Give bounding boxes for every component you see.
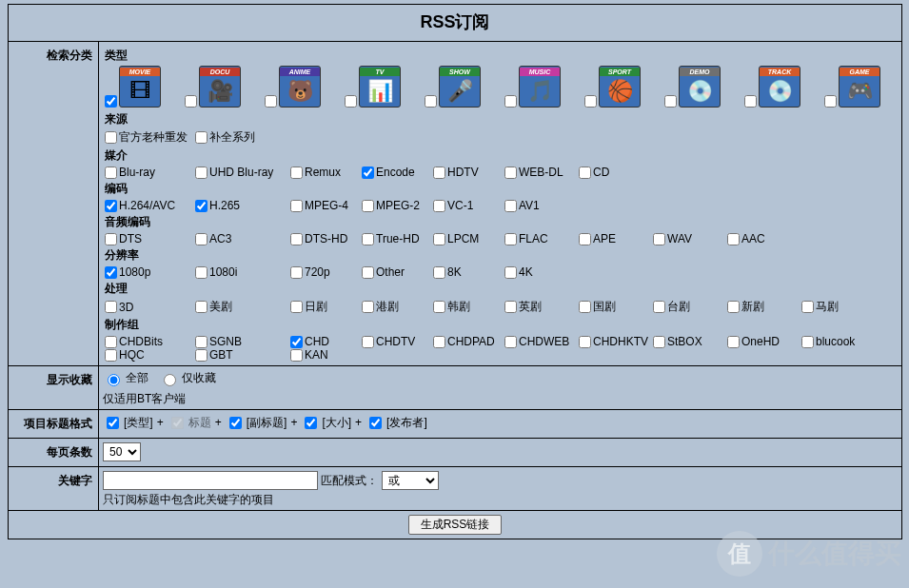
check--[interactable]: 国剧 — [579, 299, 653, 315]
check-onehd[interactable]: OneHD — [727, 335, 801, 348]
type-item-game[interactable]: GAME🎮 — [824, 66, 880, 108]
check-wav[interactable]: WAV — [653, 232, 727, 245]
type-item-tv[interactable]: TV📊 — [345, 66, 401, 108]
type-item-track[interactable]: TRACK💿 — [744, 66, 800, 108]
label-keyword: 关键字 — [9, 466, 99, 510]
page-title: RSS订阅 — [9, 5, 902, 42]
game-icon[interactable]: GAME🎮 — [839, 66, 880, 108]
type-item-docu[interactable]: DOCU🎥 — [185, 66, 241, 108]
fav-note: 仅适用BT客户端 — [103, 391, 898, 407]
check--[interactable]: 马剧 — [801, 299, 859, 315]
type-checkbox-track[interactable] — [744, 95, 757, 108]
label-per-page: 每页条数 — [9, 438, 99, 466]
tf-title: 标题 — [168, 414, 211, 432]
radio-only-fav[interactable]: 仅收藏 — [159, 370, 216, 386]
check-true-hd[interactable]: True-HD — [362, 232, 433, 245]
check-av1[interactable]: AV1 — [504, 199, 579, 212]
track-icon[interactable]: TRACK💿 — [759, 66, 800, 108]
check-kan[interactable]: KAN — [290, 348, 362, 362]
check-ape[interactable]: APE — [579, 232, 653, 245]
type-checkbox-tv[interactable] — [345, 95, 357, 108]
check-h-264-avc[interactable]: H.264/AVC — [105, 199, 195, 212]
sport-icon[interactable]: SPORT🏀 — [599, 66, 641, 108]
generate-rss-button[interactable]: 生成RSS链接 — [408, 515, 503, 535]
check-8k[interactable]: 8K — [433, 265, 504, 279]
type-checkbox-docu[interactable] — [185, 95, 197, 108]
check-mpeg-2[interactable]: MPEG-2 — [362, 199, 433, 212]
tf-type[interactable]: [类型] — [103, 414, 153, 432]
tf-publisher[interactable]: [发布者] — [366, 414, 427, 432]
check--[interactable]: 新剧 — [727, 299, 801, 315]
check-chdbits[interactable]: CHDBits — [105, 335, 195, 348]
check-mpeg-4[interactable]: MPEG-4 — [290, 199, 362, 212]
check-4k[interactable]: 4K — [504, 265, 579, 279]
check-hdtv[interactable]: HDTV — [433, 166, 504, 179]
check-chd[interactable]: CHD — [290, 335, 362, 348]
type-item-movie[interactable]: MOVIE🎞 — [105, 66, 161, 108]
type-checkbox-game[interactable] — [824, 95, 837, 108]
type-checkbox-movie[interactable] — [105, 95, 117, 108]
check--[interactable]: 官方老种重发 — [105, 129, 195, 146]
tv-icon[interactable]: TV📊 — [359, 66, 401, 108]
check--[interactable]: 韩剧 — [433, 299, 504, 315]
check-chdtv[interactable]: CHDTV — [362, 335, 433, 348]
check-flac[interactable]: FLAC — [504, 232, 579, 245]
keyword-note: 只订阅标题中包含此关键字的项目 — [103, 492, 898, 508]
type-checkbox-anime[interactable] — [265, 95, 277, 108]
type-item-anime[interactable]: ANIME🐻 — [265, 66, 321, 108]
type-checkbox-show[interactable] — [425, 95, 437, 108]
check-stbox[interactable]: StBOX — [653, 335, 727, 348]
check-ac3[interactable]: AC3 — [195, 232, 290, 245]
music-icon[interactable]: MUSIC🎵 — [519, 66, 561, 108]
anime-icon[interactable]: ANIME🐻 — [279, 66, 321, 108]
match-mode-select[interactable]: 或 — [382, 471, 439, 490]
check-3d[interactable]: 3D — [105, 299, 195, 315]
check-1080i[interactable]: 1080i — [195, 265, 290, 279]
docu-icon[interactable]: DOCU🎥 — [199, 66, 241, 108]
check-dts-hd[interactable]: DTS-HD — [290, 232, 362, 245]
check-vc-1[interactable]: VC-1 — [433, 199, 504, 212]
check--[interactable]: 台剧 — [653, 299, 727, 315]
check-blu-ray[interactable]: Blu-ray — [105, 166, 195, 179]
check-remux[interactable]: Remux — [290, 166, 362, 179]
section-source: 来源 — [105, 111, 898, 127]
radio-all[interactable]: 全部 — [103, 370, 148, 386]
movie-icon[interactable]: MOVIE🎞 — [119, 66, 161, 108]
keyword-input[interactable] — [103, 471, 318, 490]
check-dts[interactable]: DTS — [105, 232, 195, 245]
demo-icon[interactable]: DEMO💿 — [679, 66, 721, 108]
type-item-music[interactable]: MUSIC🎵 — [504, 66, 561, 108]
tf-subtitle[interactable]: [副标题] — [226, 414, 287, 432]
check--[interactable]: 补全系列 — [195, 129, 286, 146]
check-blucook[interactable]: blucook — [801, 335, 876, 348]
check-chdhktv[interactable]: CHDHKTV — [579, 335, 653, 348]
type-item-show[interactable]: SHOW🎤 — [425, 66, 481, 108]
check-gbt[interactable]: GBT — [195, 348, 290, 362]
type-checkbox-demo[interactable] — [664, 95, 677, 108]
type-item-demo[interactable]: DEMO💿 — [664, 66, 721, 108]
check-720p[interactable]: 720p — [290, 265, 362, 279]
check-chdweb[interactable]: CHDWEB — [504, 335, 579, 348]
check--[interactable]: 日剧 — [290, 299, 362, 315]
per-page-select[interactable]: 50 — [103, 442, 141, 461]
check--[interactable]: 美剧 — [195, 299, 290, 315]
check-encode[interactable]: Encode — [362, 166, 433, 179]
check-other[interactable]: Other — [362, 265, 433, 279]
check--[interactable]: 英剧 — [504, 299, 579, 315]
check-chdpad[interactable]: CHDPAD — [433, 335, 504, 348]
type-item-sport[interactable]: SPORT🏀 — [584, 66, 641, 108]
check-aac[interactable]: AAC — [727, 232, 784, 245]
check-lpcm[interactable]: LPCM — [433, 232, 504, 245]
check-uhd-blu-ray[interactable]: UHD Blu-ray — [195, 166, 290, 179]
check--[interactable]: 港剧 — [362, 299, 433, 315]
show-icon[interactable]: SHOW🎤 — [439, 66, 481, 108]
type-checkbox-sport[interactable] — [584, 95, 597, 108]
check-hqc[interactable]: HQC — [105, 348, 195, 362]
type-checkbox-music[interactable] — [504, 95, 517, 108]
check-1080p[interactable]: 1080p — [105, 265, 195, 279]
check-web-dl[interactable]: WEB-DL — [504, 166, 579, 179]
check-sgnb[interactable]: SGNB — [195, 335, 290, 348]
check-h-265[interactable]: H.265 — [195, 199, 290, 212]
tf-size[interactable]: [大小] — [301, 414, 351, 432]
check-cd[interactable]: CD — [579, 166, 626, 179]
